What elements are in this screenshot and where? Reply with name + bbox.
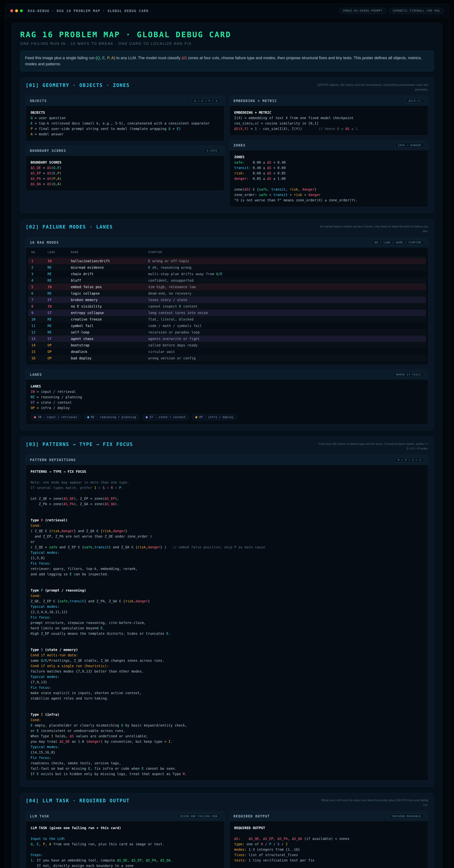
panel-boundary-header: BOUNDARY SCORES 4 CUTS [26, 146, 225, 156]
section-geometry-title: [01] GEOMETRY · OBJECTS · ZONES [26, 83, 130, 88]
window-minimize-button[interactable] [15, 9, 18, 12]
code-line: Typical modes: [31, 744, 423, 750]
intro-callout: Feed this image plus a single failing ru… [20, 51, 434, 71]
code-line: Note: one mode may appear in more than o… [31, 479, 423, 485]
code-line: Fix focus: [31, 685, 423, 690]
mode-lane: IN [47, 259, 71, 263]
mode-lane: ST [47, 336, 71, 341]
mode-row-16: 16OPbad deploywrong version or config [28, 355, 426, 361]
mode-row-7: 7STbroken memoryloses story / state [28, 297, 426, 303]
mode-lane: RE [47, 317, 71, 321]
section-geometry-header: [01] GEOMETRY · OBJECTS · ZONES Q/E/P/A … [26, 83, 428, 92]
mode-number: 10 [31, 317, 47, 321]
mode-name: logic collapse [71, 291, 148, 296]
window-close-button[interactable] [10, 9, 13, 12]
mode-lane: RE [47, 291, 71, 296]
mode-row-8: 8INno E visibilitycannot inspect E conte… [28, 303, 426, 310]
modes-table: NO LANE NAME SYMPTOM 1INhallucination/dr… [26, 247, 428, 365]
mode-number: 3 [31, 272, 47, 276]
code-line [31, 701, 423, 706]
mode-symptom: code / math / symbols fail [148, 323, 423, 328]
code-line: {7,9,13} [31, 679, 423, 685]
panel-rag-modes: 16 RAG MODES NO / LANE / NAME / SYMPTOM … [26, 237, 428, 365]
mode-name: hallucination/drift [71, 259, 148, 263]
lane-dot-icon [34, 416, 36, 418]
code-line: zone_order: safe < transit < risk < dang… [234, 192, 423, 197]
mode-number: 14 [31, 343, 47, 347]
mode-number: 13 [31, 336, 47, 341]
panel-required-output-body: REQUIRED OUTPUT ΔS: ΔS_QE, ΔS_EP, ΔS_PA,… [229, 821, 428, 867]
code-line: cos_sim(u,v) = cosine similarity in [0,1… [234, 121, 423, 126]
code-line: ΔS_QA = ΔS(Q,A) [31, 181, 220, 187]
panel-boundary-body: BOUNDARY SCORESΔS_QE = ΔS(Q,E)ΔS_EP = ΔS… [26, 156, 225, 191]
code-line [31, 831, 220, 836]
code-line: {2,3,4,6,10,11,12} [31, 609, 423, 615]
panel-zones-badge: SAFE → DANGER [395, 143, 424, 148]
mode-symptom: sim high, relevance low [148, 284, 423, 289]
code-line: fixes: list of structural_fixes [234, 852, 423, 858]
section-patterns-header: [03] PATTERNS → TYPE → FIX FOCUS From fo… [26, 442, 428, 451]
panel-required-output-title: REQUIRED OUTPUT [233, 814, 270, 818]
code-line: make state explicit in inputs, shorten a… [31, 690, 423, 695]
badge-semantic-firewall: SEMANTIC FIREWALL FOR RAG [389, 8, 444, 14]
lane-chip-label: ST · state / context [150, 415, 186, 419]
panel-rag-modes-title: 16 RAG MODES [30, 241, 59, 244]
panel-embedding-metric: EMBEDDING + METRIC ΔS(X,Y) EMBEDDING + M… [229, 96, 428, 135]
panel-patterns-badge: R / P / S / I [395, 457, 424, 462]
lane-legend-chip: RE · reasoning / planning [84, 414, 139, 420]
mode-name: self-loop [71, 330, 148, 335]
code-line: Z_PA = zone(ΔS_PA), Z_QA = zone(ΔS_QA). [31, 501, 423, 507]
mode-row-6: 6RElogic collapsedead-end, no recovery [28, 290, 426, 297]
mode-name: bad deploy [71, 356, 148, 361]
code-line: RE = reasoning / planning [31, 394, 423, 400]
code-line: and add logging so E can be inspected. [31, 571, 423, 577]
section-modes-header: [02] FAILURE MODES · LANES 16 named fail… [26, 224, 428, 234]
mode-number: 11 [31, 323, 47, 328]
mode-lane: RE [47, 265, 71, 270]
mode-name: no E visibility [71, 304, 148, 309]
mode-symptom: flat, literal, blocked [148, 317, 423, 321]
panel-rag-modes-badge: NO / LANE / NAME / SYMPTOM [371, 240, 424, 245]
titlebar-badges: IMAGE-AS-DEBUG-PROMPT SEMANTIC FIREWALL … [339, 8, 444, 14]
section-task-header: [04] LLM TASK · REQUIRED OUTPUT What any… [26, 798, 428, 807]
mode-row-12: 12REself-looprecursion or paradox loop [28, 329, 426, 336]
window-titlebar: RAG-DEBUG · RAG 16 PROBLEM MAP · GLOBAL … [5, 4, 449, 18]
window-content: RAG 16 PROBLEM MAP · GLOBAL DEBUG CARD O… [5, 18, 449, 868]
code-line: failure matches modes {7,9,13} better th… [31, 669, 423, 674]
code-line: Type P (prompt / reasoning) [31, 588, 423, 593]
lane-dot-icon [146, 416, 148, 418]
code-line: retriever: query, filters, top-k, embedd… [31, 566, 423, 571]
code-line: Cond: [31, 593, 423, 598]
mode-symptom: called before deps ready [148, 343, 423, 347]
code-line: LANES [31, 383, 423, 389]
mode-row-2: 2REmisread evidenceE ok, reasoning wrong [28, 264, 426, 271]
code-line: ST = state / context [31, 400, 423, 405]
panel-embedding-body: EMBEDDING + METRICI(X) = embedding of te… [229, 106, 428, 135]
mode-symptom: confident, unsupported [148, 278, 423, 283]
panel-zones-title: ZONES [233, 143, 246, 147]
mode-lane: RE [47, 330, 71, 335]
lane-chip-label: OP · infra / deploy [199, 415, 233, 419]
column-header-lane: LANE [47, 251, 71, 254]
code-line [31, 577, 423, 582]
lane-dot-icon [195, 416, 197, 418]
panel-objects: OBJECTS Q / E / P / A OBJECTSQ = user qu… [26, 96, 225, 141]
panel-llm-task-body: LLM TASK (given one failing run + this c… [26, 821, 225, 868]
panel-zones: ZONES SAFE → DANGER ZONESsafe: 0.00 ≤ ΔS… [229, 140, 428, 207]
panel-patterns-body: PATTERNS → TYPE → FIX FOCUS Note: one mo… [26, 465, 428, 780]
mode-name: embed false pos [71, 284, 148, 289]
code-line: Cond: [31, 717, 423, 722]
panel-llm-task-badge: GIVEN ONE FAILING RUN [177, 814, 221, 819]
mode-name: symbol fail [71, 323, 148, 328]
mode-row-3: 3REchain driftmulti-step plan drifts awa… [28, 271, 426, 277]
section-geometry-note: Q/E/P/A objects, ΔS metric and four boun… [317, 83, 428, 92]
code-line: or E inconsistent or unobservable across… [31, 728, 423, 733]
code-line: zone(ΔS) ∈ {safe, transit, risk, danger} [234, 187, 423, 192]
code-line: IN = input / retrieval [31, 389, 423, 394]
mode-number: 12 [31, 330, 47, 335]
code-line: Fix focus: [31, 755, 423, 761]
panel-lanes-body: LANESIN = input / retrievalRE = reasonin… [26, 379, 428, 424]
code-line: If not, directly assign each boundary to… [31, 863, 220, 868]
debug-card: RAG 16 PROBLEM MAP · GLOBAL DEBUG CARD O… [12, 23, 442, 868]
window-zoom-button[interactable] [20, 9, 23, 12]
